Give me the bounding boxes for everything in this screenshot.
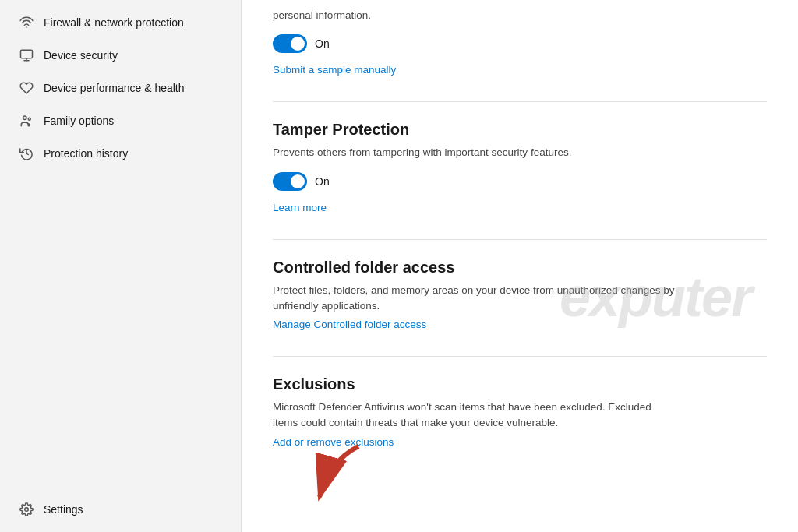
sidebar-item-device-performance[interactable]: Device performance & health [6,72,235,104]
add-remove-exclusions-link[interactable]: Add or remove exclusions [273,436,394,448]
exclusions-title: Exclusions [273,375,767,393]
svg-point-0 [26,26,27,28]
tamper-toggle-label: On [315,175,330,188]
sidebar-item-settings-label: Settings [44,503,83,516]
learn-more-link[interactable]: Learn more [273,202,327,213]
sidebar-item-protection-history[interactable]: Protection history [6,138,235,169]
sidebar-item-family-options[interactable]: Family options [6,105,235,136]
sidebar-item-device-security-label: Device security [44,49,118,62]
controlled-folder-desc: Protect files, folders, and memory areas… [273,283,678,315]
history-icon [19,146,34,161]
sidebar-item-device-security[interactable]: Device security [6,40,235,71]
divider-1 [273,101,767,102]
heart-icon [19,80,34,96]
section-sample-submission: personal information. On Submit a sample… [273,8,767,76]
controlled-folder-title: Controlled folder access [273,259,767,277]
section-tamper-protection: Tamper Protection Prevents others from t… [273,121,767,213]
svg-point-4 [23,116,27,120]
sidebar-item-device-performance-label: Device performance & health [44,82,185,94]
sample-toggle-label: On [315,37,330,50]
main-content: personal information. On Submit a sample… [242,0,798,532]
tamper-toggle[interactable] [273,172,307,191]
family-icon [19,113,34,129]
sidebar-item-family-options-label: Family options [44,115,114,127]
tamper-protection-desc: Prevents others from tampering with impo… [273,145,678,160]
section-exclusions: Exclusions Microsoft Defender Antivirus … [273,375,767,449]
svg-point-5 [28,118,30,120]
section-sample-desc: personal information. [273,8,678,23]
sidebar: Firewall & network protection Device sec… [0,0,242,532]
svg-rect-1 [21,50,33,58]
sidebar-bottom: Settings [0,493,241,526]
wifi-icon [19,15,34,30]
manage-controlled-folder-link[interactable]: Manage Controlled folder access [273,319,426,330]
tamper-protection-title: Tamper Protection [273,121,767,139]
gear-icon [19,502,34,517]
section-controlled-folder: Controlled folder access Protect files, … [273,259,767,332]
toggle-row-tamper: On [273,172,767,191]
sidebar-item-protection-history-label: Protection history [44,147,128,160]
sidebar-item-settings[interactable]: Settings [6,494,235,525]
exclusions-desc: Microsoft Defender Antivirus won't scan … [273,400,678,432]
toggle-row-sample: On [273,34,767,53]
sample-toggle[interactable] [273,34,307,53]
submit-sample-link[interactable]: Submit a sample manually [273,64,396,76]
divider-2 [273,239,767,240]
svg-point-6 [25,508,29,512]
monitor-icon [19,48,34,63]
sidebar-item-firewall-label: Firewall & network protection [44,16,184,29]
arrow-annotation [304,439,374,509]
sidebar-item-firewall[interactable]: Firewall & network protection [6,7,235,38]
divider-3 [273,356,767,357]
